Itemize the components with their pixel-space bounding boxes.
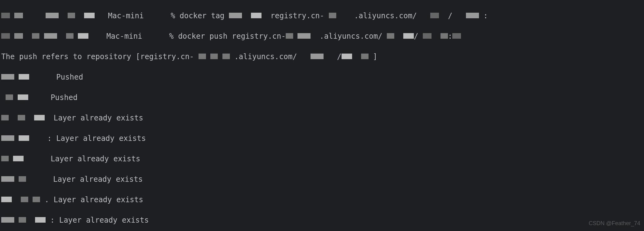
prompt-char: % — [169, 32, 173, 41]
layer-status: Pushed — [51, 93, 78, 102]
prompt-line-push: Mac-mini % docker push registry.cn- .ali… — [1, 31, 643, 41]
layer-line: Pushed — [1, 93, 643, 103]
push-refers-line: The push refers to repository [registry.… — [1, 52, 643, 62]
registry-host: registry.cn- — [271, 11, 324, 20]
hostname: Mac-mini — [106, 32, 142, 41]
layer-line: : Layer already exists — [1, 133, 643, 144]
layer-line: Pushed — [1, 72, 643, 82]
docker-tag-cmd: docker tag — [180, 11, 225, 20]
layer-status: Layer already exists — [53, 175, 143, 184]
layer-status: Layer already exists — [56, 134, 146, 143]
hostname: Mac-mini — [108, 11, 144, 20]
layer-status: Layer already exists — [54, 114, 143, 122]
layer-line: Layer already exists — [1, 174, 643, 185]
layer-status: Layer already exists — [54, 195, 143, 204]
layer-status: Layer already exists — [59, 216, 149, 224]
layer-line: . Layer already exists — [1, 195, 643, 205]
prompt-char: % — [171, 11, 175, 20]
terminal-output[interactable]: Mac-mini % docker tag registry.cn- .aliy… — [0, 0, 644, 231]
layer-line: : Layer already exists — [1, 215, 643, 225]
layer-line: Layer already exists — [1, 113, 643, 123]
watermark-text: CSDN @Feather_74 — [589, 218, 640, 229]
docker-push-cmd: docker push registry.cn- — [178, 32, 286, 41]
layer-status: Layer already exists — [51, 155, 140, 163]
layer-status: Pushed — [56, 73, 83, 81]
layer-line: Layer already exists — [1, 154, 643, 164]
prompt-line-tag: Mac-mini % docker tag registry.cn- .aliy… — [1, 11, 643, 21]
